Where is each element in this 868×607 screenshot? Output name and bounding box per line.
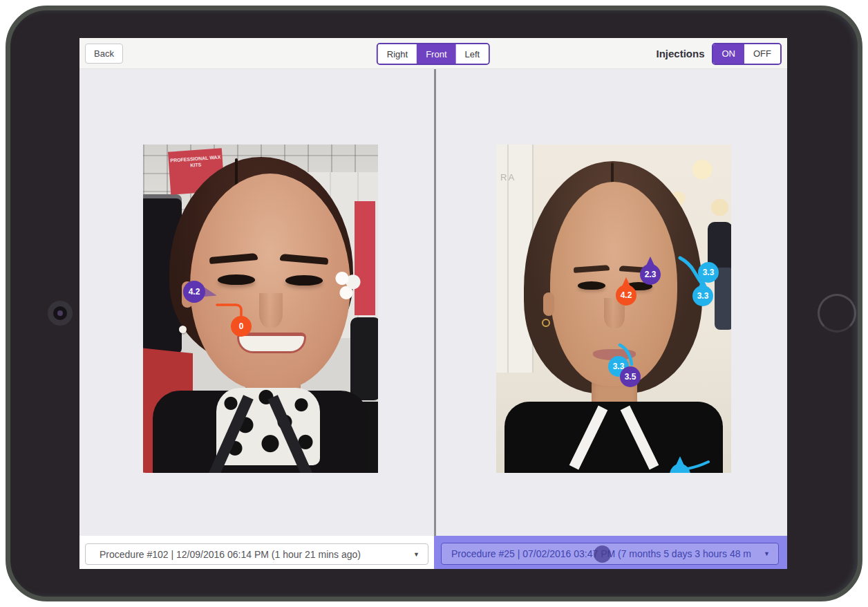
- procedure-select-left-value: Procedure #102 | 12/09/2016 06:14 PM (1 …: [100, 549, 361, 560]
- injections-label: Injections: [656, 48, 704, 59]
- camera-lens: [53, 306, 67, 320]
- injections-on-button[interactable]: ON: [713, 44, 745, 64]
- dropdown-caret-icon: ▼: [413, 551, 419, 558]
- page: Back Right Front Left Injections ON OFF: [0, 0, 868, 607]
- camera-dot: [57, 310, 63, 316]
- injection-marker[interactable]: 4.2: [183, 281, 205, 303]
- injection-value: 3.5: [625, 372, 636, 382]
- view-toggle: Right Front Left: [377, 43, 490, 65]
- procedure-select-left[interactable]: Procedure #102 | 12/09/2016 06:14 PM (1 …: [85, 543, 428, 565]
- injection-marker[interactable]: 2.3: [640, 264, 661, 285]
- comparison-area: PROFESSIONAL WAX KITS: [79, 69, 787, 536]
- back-button[interactable]: Back: [85, 44, 123, 64]
- injection-value: 2.3: [645, 270, 657, 279]
- view-option-front[interactable]: Front: [417, 44, 455, 64]
- app-screen: Back Right Front Left Injections ON OFF: [79, 38, 787, 569]
- injection-value: 4.2: [621, 290, 632, 300]
- injection-marker[interactable]: 3.3: [692, 286, 713, 306]
- patient-photo-left: PROFESSIONAL WAX KITS: [143, 144, 378, 473]
- patient-photo-right: RA: [496, 144, 731, 473]
- injection-value: 3.3: [703, 268, 715, 277]
- injection-value: 0: [239, 321, 244, 331]
- view-option-left[interactable]: Left: [456, 44, 489, 64]
- toolbar: Back Right Front Left Injections ON OFF: [79, 38, 787, 69]
- dropdown-caret-icon: ▼: [764, 550, 770, 557]
- panel-left: PROFESSIONAL WAX KITS: [79, 69, 434, 536]
- touch-indicator: [594, 545, 611, 563]
- injections-group: Injections ON OFF: [656, 38, 782, 69]
- camera-icon: [48, 301, 73, 326]
- procedure-select-right[interactable]: Procedure #25 | 07/02/2016 03:47 PM (7 m…: [441, 543, 779, 565]
- injection-value: 4.2: [189, 287, 200, 297]
- procedure-select-row: Procedure #102 | 12/09/2016 06:14 PM (1 …: [79, 536, 787, 569]
- procedure-strip-right: Procedure #25 | 07/02/2016 03:47 PM (7 m…: [434, 536, 787, 569]
- injection-marker[interactable]: 3.5: [620, 366, 641, 387]
- annotation-lines: [496, 144, 731, 473]
- annotation-lines: [143, 144, 378, 473]
- view-option-right[interactable]: Right: [378, 44, 417, 64]
- procedure-strip-left: Procedure #102 | 12/09/2016 06:14 PM (1 …: [79, 536, 434, 569]
- injections-toggle: ON OFF: [712, 43, 782, 65]
- injection-marker[interactable]: 4.2: [616, 285, 636, 306]
- injection-marker[interactable]: 0: [231, 316, 252, 337]
- injections-off-button[interactable]: OFF: [744, 44, 780, 64]
- panel-right: RA: [436, 69, 787, 536]
- home-button-icon: [818, 294, 856, 333]
- injection-value: 3.3: [697, 291, 709, 301]
